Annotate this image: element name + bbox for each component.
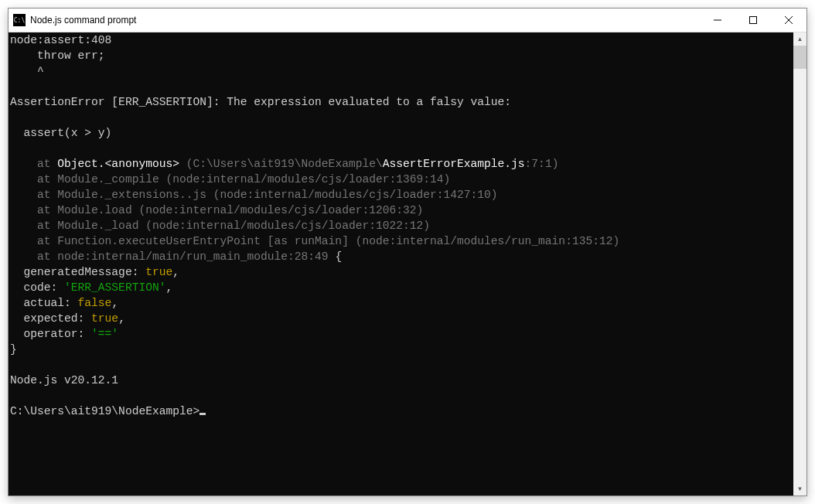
stack-line: ) — [552, 158, 559, 170]
scroll-down-button[interactable]: ▼ — [793, 482, 806, 495]
comma: , — [172, 266, 179, 278]
app-window: C:\ Node.js command prompt node:assert:4… — [8, 8, 807, 496]
stack-line: at Module._load (node:internal/modules/c… — [10, 220, 430, 232]
console-wrap: node:assert:408 throw err; ^ AssertionEr… — [9, 32, 806, 495]
cursor — [199, 413, 206, 415]
stack-line: Object.<anonymous> — [57, 158, 179, 170]
out-line: assert(x > y) — [10, 127, 111, 139]
out-line: { — [329, 250, 343, 263]
out-line: Node.js v20.12.1 — [10, 374, 118, 387]
close-button[interactable] — [771, 9, 806, 32]
stack-line: at Module._compile (node:internal/module… — [10, 173, 450, 186]
window-title: Node.js command prompt — [30, 15, 136, 26]
prop-value: 'ERR_ASSERTION' — [64, 281, 165, 294]
minimize-icon — [714, 16, 721, 24]
minimize-button[interactable] — [700, 9, 735, 32]
stack-line: at Module.load (node:internal/modules/cj… — [10, 204, 423, 216]
comma: , — [165, 281, 172, 294]
stack-line: at — [10, 158, 57, 170]
cmd-icon: C:\ — [13, 14, 26, 26]
stack-line: at node:internal/main/run_main_module:28… — [10, 250, 329, 263]
prop-value: true — [145, 266, 172, 278]
scroll-thumb[interactable] — [793, 46, 806, 69]
stack-line: :7:1 — [525, 158, 552, 170]
prop-value: '==' — [91, 328, 118, 340]
stack-line: at Module._extensions..js (node:internal… — [10, 189, 498, 201]
out-line: throw err; — [10, 49, 105, 62]
stack-line: AssertErrorExample.js — [383, 158, 525, 170]
scroll-up-button[interactable]: ▲ — [793, 32, 806, 46]
scrollbar[interactable]: ▲ ▼ — [793, 32, 806, 495]
out-line: } — [10, 343, 17, 356]
prop-key: operator: — [10, 328, 91, 340]
prop-value: true — [91, 312, 118, 325]
console-output[interactable]: node:assert:408 throw err; ^ AssertionEr… — [9, 32, 793, 495]
svg-rect-1 — [750, 17, 757, 24]
out-line: AssertionError [ERR_ASSERTION]: The expr… — [10, 96, 511, 108]
prompt: C:\Users\ait919\NodeExample> — [10, 405, 199, 417]
stack-line: ( — [179, 158, 193, 170]
out-line: node:assert:408 — [10, 34, 111, 46]
prop-key: actual: — [10, 297, 78, 309]
comma: , — [111, 297, 118, 309]
prop-key: code: — [10, 281, 64, 294]
prop-key: expected: — [10, 312, 91, 325]
stack-line: at Function.executeUserEntryPoint [as ru… — [10, 235, 619, 247]
maximize-button[interactable] — [735, 9, 771, 32]
out-line: ^ — [10, 65, 44, 77]
prop-value: false — [78, 297, 112, 309]
stack-line: C:\Users\ait919\NodeExample\ — [193, 158, 382, 170]
comma: , — [118, 312, 125, 325]
maximize-icon — [749, 16, 757, 24]
close-icon — [785, 16, 793, 24]
prop-key: generatedMessage: — [10, 266, 145, 278]
titlebar[interactable]: C:\ Node.js command prompt — [9, 9, 806, 32]
